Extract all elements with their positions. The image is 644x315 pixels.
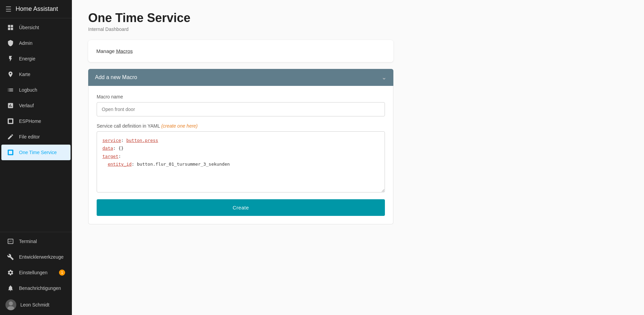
sidebar-item-label: Logbuch (19, 87, 37, 93)
sidebar-item-file-editor[interactable]: File editor (1, 129, 71, 145)
ubersicht-icon (7, 24, 14, 31)
svg-point-5 (7, 306, 14, 310)
sidebar-item-entwicklerwerkzeuge[interactable]: Entwicklerwerkzeuge (1, 249, 71, 265)
svg-point-4 (9, 301, 13, 305)
logbuch-icon (7, 86, 14, 94)
macros-link[interactable]: Macros (116, 48, 133, 54)
user-item[interactable]: Leon Schmidt (0, 296, 72, 314)
admin-icon (7, 39, 14, 47)
sidebar-item-label: ESPHome (19, 118, 41, 124)
page-subtitle: Internal Dashboard (88, 26, 628, 32)
macro-name-label: Macro name (97, 94, 385, 99)
sidebar-nav: Übersicht Admin Energie Karte (0, 18, 72, 232)
sidebar-item-verlauf[interactable]: Verlauf (1, 98, 71, 113)
sidebar-item-ubersicht[interactable]: Übersicht (1, 20, 71, 35)
svg-rect-3 (9, 151, 12, 154)
manage-macros-card: Manage Macros (88, 40, 393, 62)
accordion-body: Macro name Service call definition in YA… (88, 86, 393, 224)
add-macro-accordion: Add a new Macro ⌄ Macro name Service cal… (88, 69, 393, 224)
sidebar-item-terminal[interactable]: Terminal (1, 234, 71, 249)
energie-icon (7, 55, 14, 62)
sidebar-item-label: Einstellungen (19, 270, 47, 275)
sidebar-item-label: File editor (19, 134, 40, 140)
sidebar: ☰ Home Assistant Übersicht Admin Energie (0, 0, 72, 315)
svg-rect-1 (9, 119, 12, 123)
sidebar-item-energie[interactable]: Energie (1, 51, 71, 67)
entwicklerwerkzeuge-icon (7, 253, 14, 261)
karte-icon (7, 71, 14, 78)
sidebar-item-karte[interactable]: Karte (1, 67, 71, 82)
einstellungen-badge: 1 (59, 270, 65, 276)
sidebar-item-benachrichtigungen[interactable]: Benachrichtigungen (1, 280, 71, 296)
terminal-icon (7, 238, 14, 245)
page-title: One Time Service (88, 11, 628, 25)
one-time-service-icon (7, 149, 14, 156)
sidebar-item-einstellungen[interactable]: Einstellungen 1 (1, 265, 71, 280)
create-one-here-link[interactable]: (create one here) (161, 123, 197, 129)
sidebar-item-label: Entwicklerwerkzeuge (19, 254, 64, 260)
sidebar-item-label: One Time Service (19, 150, 57, 155)
sidebar-item-label: Benachrichtigungen (19, 285, 61, 291)
hamburger-icon[interactable]: ☰ (5, 5, 12, 13)
sidebar-item-label: Energie (19, 56, 35, 61)
sidebar-item-logbuch[interactable]: Logbuch (1, 82, 71, 98)
sidebar-item-label: Übersicht (19, 25, 39, 30)
yaml-editor[interactable]: service: button.press data: {} target: e… (97, 131, 385, 192)
sidebar-item-one-time-service[interactable]: One Time Service (1, 145, 71, 160)
user-name: Leon Schmidt (20, 302, 50, 308)
main-content: One Time Service Internal Dashboard Mana… (72, 0, 644, 315)
sidebar-item-label: Terminal (19, 239, 37, 244)
avatar (5, 299, 16, 310)
manage-macros-text: Manage Macros (96, 48, 133, 54)
sidebar-item-esphome[interactable]: ESPHome (1, 113, 71, 129)
sidebar-item-label: Karte (19, 72, 30, 77)
sidebar-bottom: Terminal Entwicklerwerkzeuge Einstellung… (0, 232, 72, 315)
benachrichtigungen-icon (7, 284, 14, 292)
yaml-label: Service call definition in YAML (create … (97, 123, 385, 129)
chevron-down-icon: ⌄ (382, 74, 387, 81)
app-name: Home Assistant (16, 5, 58, 13)
accordion-header[interactable]: Add a new Macro ⌄ (88, 69, 393, 86)
sidebar-item-label: Admin (19, 40, 33, 46)
sidebar-header: ☰ Home Assistant (0, 0, 72, 18)
create-button[interactable]: Create (97, 199, 385, 216)
accordion-title: Add a new Macro (95, 74, 137, 80)
macro-name-input[interactable] (97, 102, 385, 116)
sidebar-item-admin[interactable]: Admin (1, 35, 71, 51)
sidebar-item-label: Verlauf (19, 103, 34, 108)
esphome-icon (7, 117, 14, 125)
einstellungen-icon (7, 269, 14, 276)
file-editor-icon (7, 133, 14, 141)
verlauf-icon (7, 102, 14, 109)
